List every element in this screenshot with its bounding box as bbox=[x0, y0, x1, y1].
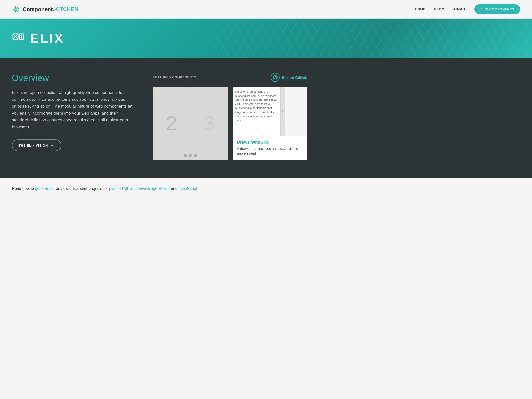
typescript-link[interactable]: TypeScript bbox=[179, 186, 197, 191]
elix-components-button[interactable]: ELIX COMPONENTS bbox=[474, 4, 520, 14]
nav-about[interactable]: ABOUT bbox=[453, 7, 466, 11]
carousel-dot-2 bbox=[189, 154, 192, 157]
carousel-slides: 2 3 bbox=[153, 87, 228, 160]
overview-inner: Overview Elix is an open collection of h… bbox=[12, 73, 307, 160]
drawer-panel bbox=[285, 87, 307, 136]
overview-title: Overview bbox=[12, 73, 133, 83]
drawer-main-content: um dolor sit amet, cons elit. Suspendiss… bbox=[233, 87, 280, 136]
carousel-slide-1: 2 bbox=[153, 87, 190, 160]
overview-section: Overview Elix is an open collection of h… bbox=[0, 58, 532, 178]
overview-right: FEATURED COMPONENTS Elix on GitHub 2 bbox=[153, 73, 307, 160]
elix-logo-icon bbox=[12, 32, 26, 45]
get-started-link[interactable]: get started bbox=[35, 186, 54, 191]
footer-area: Read how to get started, or view quick s… bbox=[0, 178, 532, 200]
drawer-preview-inner: um dolor sit amet, cons elit. Suspendiss… bbox=[233, 87, 307, 136]
carousel-card[interactable]: 2 3 Carousel Carousel with a sliding eff… bbox=[153, 87, 228, 160]
vision-button[interactable]: THE ELIX VISION → bbox=[12, 139, 61, 151]
footer-text: Read how to get started, or view quick s… bbox=[12, 186, 520, 191]
carousel-preview: 2 3 bbox=[153, 87, 228, 160]
logo-text: Component.KITCHEN bbox=[23, 6, 78, 13]
nav-home[interactable]: HOME bbox=[415, 7, 425, 11]
arrow-icon: → bbox=[50, 143, 54, 148]
carousel-dots bbox=[184, 154, 197, 157]
react-link[interactable]: plain HTML and JavaScript, React bbox=[109, 186, 169, 191]
github-icon bbox=[271, 73, 280, 82]
github-link-text: Elix on GitHub bbox=[282, 75, 307, 80]
footer-text-end: , and bbox=[169, 186, 179, 191]
logo-area: Component.KITCHEN bbox=[12, 5, 78, 14]
elix-wordmark: ELIX bbox=[30, 31, 65, 46]
drawer-card-info: DrawerWithGrip A drawer that includes an… bbox=[233, 136, 307, 160]
footer-text-before: Read how to bbox=[12, 186, 35, 191]
carousel-slide-2: 3 bbox=[190, 87, 228, 160]
logo-icon bbox=[12, 5, 21, 14]
featured-header: FEATURED COMPONENTS Elix on GitHub bbox=[153, 73, 307, 82]
components-grid: 2 3 Carousel Carousel with a sliding eff… bbox=[153, 87, 307, 160]
github-link[interactable]: Elix on GitHub bbox=[271, 73, 307, 82]
footer-text-middle: , or view quick start projects for bbox=[54, 186, 109, 191]
featured-label: FEATURED COMPONENTS bbox=[153, 76, 197, 79]
overview-body: Elix is an open collection of high-quali… bbox=[12, 89, 133, 131]
drawer-name[interactable]: DrawerWithGrip bbox=[237, 140, 303, 145]
overview-left: Overview Elix is an open collection of h… bbox=[12, 73, 133, 151]
drawer-description: A drawer that includes an always-visible… bbox=[237, 146, 303, 156]
vision-button-label: THE ELIX VISION bbox=[19, 144, 48, 147]
carousel-dot-3 bbox=[194, 154, 197, 157]
footer-period: . bbox=[197, 186, 198, 191]
elix-title-area: ELIX bbox=[12, 31, 520, 46]
nav-blog[interactable]: BLOG bbox=[434, 7, 444, 11]
carousel-dot-1 bbox=[184, 154, 187, 157]
elix-banner: ELIX bbox=[0, 19, 532, 58]
drawer-card[interactable]: um dolor sit amet, cons elit. Suspendiss… bbox=[233, 87, 307, 160]
drawer-grip: || bbox=[280, 87, 285, 136]
main-nav: HOME BLOG ABOUT ELIX COMPONENTS bbox=[415, 4, 520, 14]
drawer-preview: um dolor sit amet, cons elit. Suspendiss… bbox=[233, 87, 307, 136]
site-header: Component.KITCHEN HOME BLOG ABOUT ELIX C… bbox=[0, 0, 532, 19]
